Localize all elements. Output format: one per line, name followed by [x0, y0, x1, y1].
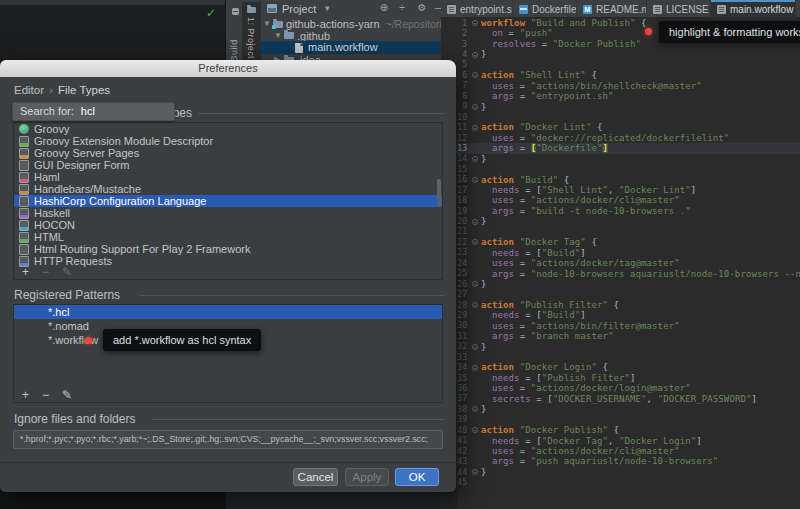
fold-marker-icon[interactable]	[472, 427, 478, 433]
ok-button[interactable]: OK	[395, 468, 439, 486]
tree-item-main.workflow[interactable]: main.workflow	[261, 41, 441, 54]
fold-marker-icon[interactable]	[472, 125, 478, 131]
chevron-down-icon[interactable]: ▾	[325, 3, 330, 13]
fold-marker-icon[interactable]	[472, 302, 478, 308]
code-text: uses = "actions/bin/shellcheck@master"	[481, 81, 702, 91]
editor-tab-LICENSE[interactable]: LICENSE×	[647, 0, 711, 18]
code-text: args = "build -t node-10-browsers ."	[481, 206, 691, 216]
fold-marker-icon[interactable]	[472, 20, 478, 26]
pattern-row[interactable]: *.hcl	[14, 305, 442, 319]
code-text: action "Docker Tag" {	[481, 237, 597, 247]
fold-marker-icon[interactable]	[472, 104, 478, 110]
fold-marker-icon[interactable]	[472, 469, 478, 475]
code-text: needs = ["Docker Tag", "Docker Login"]	[481, 436, 702, 446]
project-panel-header: Project ▾ ⊕ ÷ ⚙ —	[261, 0, 441, 18]
folder-icon	[247, 7, 256, 13]
fold-marker-icon[interactable]	[472, 365, 478, 371]
code-line: 8 args = "entrypoint.sh"	[441, 91, 800, 101]
hide-panel-icon[interactable]: —	[433, 2, 441, 13]
editor-tab-main.workflow[interactable]: main.workflow×	[711, 0, 796, 18]
code-line: 38}	[441, 404, 800, 414]
annotation-dot	[85, 337, 92, 344]
add-file-type-button[interactable]: +	[22, 265, 42, 279]
locate-file-icon[interactable]: ⊕	[377, 2, 391, 13]
code-line: 29 needs = ["Build"]	[441, 310, 800, 320]
code-text: needs = ["Publish Filter"]	[481, 373, 636, 383]
apply-button[interactable]: Apply	[345, 468, 389, 486]
file-type-icon	[19, 220, 29, 231]
code-line: 13 args = ["Dockerfile"]	[441, 143, 800, 153]
fold-column	[469, 427, 481, 433]
file-type-row[interactable]: Html Routing Support For Play 2 Framewor…	[14, 243, 442, 255]
file-types-list[interactable]: GroovyGroovy Extension Module Descriptor…	[13, 122, 443, 280]
editor-tab-bar: entrypoint.sh×Dockerfile×README.md×LICEN…	[441, 0, 800, 18]
editor-tab-entrypoint.sh[interactable]: entrypoint.sh×	[441, 0, 513, 18]
tree-item-.github[interactable]: ▼.github	[261, 30, 441, 42]
fold-marker-icon[interactable]	[472, 156, 478, 162]
file-type-row[interactable]: Groovy	[14, 123, 442, 135]
code-line: 14}	[441, 154, 800, 164]
file-type-row[interactable]: HashiCorp Configuration Language	[14, 195, 442, 207]
editor-tab-Dockerfile[interactable]: Dockerfile×	[513, 0, 577, 18]
breadcrumb-file-types: File Types	[58, 84, 110, 96]
code-text: }	[481, 102, 487, 112]
fold-marker-icon[interactable]	[472, 72, 478, 78]
line-number: 4	[441, 50, 469, 59]
code-line: 36 uses = "actions/docker/login@master"	[441, 383, 800, 393]
tree-expanded-arrow-icon[interactable]: ▼	[274, 30, 282, 42]
editor-tab-README.md[interactable]: README.md×	[577, 0, 647, 18]
cancel-button[interactable]: Cancel	[293, 468, 338, 486]
scrollbar-thumb[interactable]	[437, 179, 441, 207]
ignore-files-field[interactable]: *.hprof;*.pyc;*.pyo;*.rbc;*.yarb;*~;.DS_…	[13, 430, 443, 449]
file-type-row[interactable]: Groovy Extension Module Descriptor	[14, 135, 442, 147]
code-text: }	[481, 49, 487, 59]
code-text: }	[481, 467, 487, 477]
section-divider	[152, 419, 444, 420]
code-line: 35 needs = ["Publish Filter"]	[441, 373, 800, 383]
search-input[interactable]: hcl	[81, 105, 95, 117]
edit-file-type-button[interactable]: ✎	[62, 265, 82, 279]
code-line: 26}	[441, 279, 800, 289]
tree-item-github-actions-yarn[interactable]: ▼github-actions-yarn~/Repositories/Lifes…	[261, 18, 441, 30]
stripe-tab-project[interactable]: 1: Project	[242, 2, 260, 60]
remove-file-type-button[interactable]: −	[42, 265, 62, 279]
remove-pattern-button[interactable]: −	[42, 388, 62, 402]
fold-marker-icon[interactable]	[472, 52, 478, 58]
screenshot-root: ✓ Ant Build 1: Project Project ▾ ⊕ ÷ ⚙ —	[0, 0, 800, 509]
project-panel-title[interactable]: Project	[282, 3, 316, 15]
tree-expanded-arrow-icon[interactable]: ▼	[263, 18, 271, 30]
file-type-row[interactable]: Groovy Server Pages	[14, 147, 442, 159]
code-area[interactable]: 1workflow "Build and Publish" {2 on = "p…	[441, 18, 800, 488]
fold-column	[469, 104, 481, 110]
code-line: 20}	[441, 216, 800, 226]
code-line: 43 args = "push aquariuslt/node-10-brows…	[441, 456, 800, 466]
fold-marker-icon[interactable]	[472, 219, 478, 225]
preferences-dialog: Preferences Editor›File Types Recognized…	[0, 60, 456, 492]
file-type-row[interactable]: Handlebars/Mustache	[14, 183, 442, 195]
code-text: needs = ["Build"]	[481, 310, 586, 320]
code-line: 6action "Shell Lint" {	[441, 70, 800, 80]
collapse-all-icon[interactable]: ÷	[395, 2, 409, 13]
fold-marker-icon[interactable]	[472, 281, 478, 287]
file-type-row[interactable]: Haml	[14, 171, 442, 183]
edit-pattern-button[interactable]: ✎	[62, 388, 82, 402]
fold-marker-icon[interactable]	[472, 239, 478, 245]
editor-annotation-tooltip: highlight & formatting works	[659, 21, 800, 43]
project-view-icon	[267, 4, 277, 13]
fold-marker-icon[interactable]	[472, 344, 478, 350]
code-line: 4}	[441, 49, 800, 59]
code-line: 18 uses = "actions/docker/cli@master"	[441, 195, 800, 205]
add-pattern-button[interactable]: +	[22, 388, 42, 402]
dialog-title[interactable]: Preferences	[0, 60, 456, 77]
background-window-bottom	[0, 490, 225, 509]
breadcrumb-editor[interactable]: Editor	[14, 84, 44, 96]
registered-patterns-list[interactable]: *.hcl*.nomad*.workflow + − ✎	[13, 304, 443, 403]
file-type-label: HOCON	[34, 219, 75, 231]
file-type-row[interactable]: GUI Designer Form	[14, 159, 442, 171]
gear-icon[interactable]: ⚙	[415, 2, 429, 13]
file-type-row[interactable]: Haskell	[14, 207, 442, 219]
file-type-row[interactable]: HTML	[14, 231, 442, 243]
fold-marker-icon[interactable]	[472, 177, 478, 183]
file-type-row[interactable]: HOCON	[14, 219, 442, 231]
fold-marker-icon[interactable]	[472, 406, 478, 412]
